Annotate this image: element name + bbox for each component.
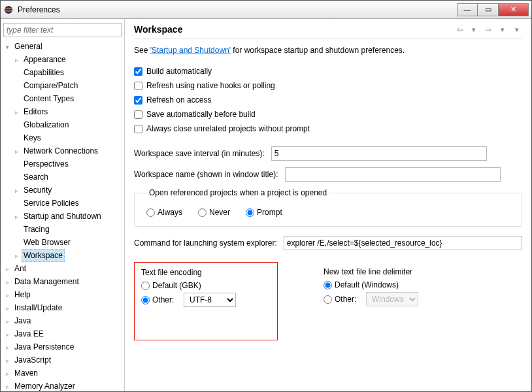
tree-item-compare-patch[interactable]: Compare/Patch — [15, 79, 122, 92]
tree-item-ant[interactable]: ▹Ant — [6, 262, 122, 275]
tree-item-workspace[interactable]: ▹Workspace — [15, 249, 122, 262]
encoding-delimiter-row: Text file encoding Default (GBK) Other: … — [134, 262, 522, 340]
workspace-name-label: Workspace name (shown in window title): — [134, 170, 278, 179]
main-panel: Workspace ⇦ ▾ ⇨ ▾ ▾ See 'Startup and Shu… — [125, 19, 531, 391]
chevron-right-icon[interactable]: ▹ — [6, 302, 12, 314]
minimize-button[interactable]: — — [457, 3, 478, 16]
workspace-name-row: Workspace name (shown in window title): — [134, 167, 522, 182]
intro-text: See 'Startup and Shutdown' for workspace… — [134, 46, 522, 55]
chevron-down-icon[interactable]: ▾ — [469, 24, 479, 35]
chevron-right-icon[interactable]: ▹ — [6, 316, 12, 327]
page-title: Workspace — [134, 24, 182, 35]
explorer-cmd-input[interactable] — [284, 236, 522, 250]
chevron-down-icon[interactable]: ▾ — [6, 41, 12, 53]
tree-item-general[interactable]: ▾General ▹Appearance Capabilities Compar… — [6, 40, 122, 262]
ld-default-radio[interactable] — [324, 281, 332, 289]
tree-item-java-persistence[interactable]: ▹Java Persistence — [6, 340, 122, 353]
chevron-right-icon[interactable]: ▹ — [15, 54, 22, 66]
menu-icon[interactable]: ▾ — [512, 24, 522, 35]
forward-icon[interactable]: ⇨ — [483, 24, 493, 35]
encoding-group: Text file encoding Default (GBK) Other: … — [134, 262, 278, 340]
chevron-right-icon[interactable]: ▹ — [15, 185, 22, 197]
chevron-right-icon[interactable]: ▹ — [6, 355, 12, 367]
ld-other-radio[interactable] — [324, 295, 332, 304]
explorer-cmd-label: Command for launching system explorer: — [134, 238, 277, 248]
svg-point-0 — [5, 6, 12, 14]
chevron-down-icon[interactable]: ▾ — [497, 24, 508, 35]
tree-item-capabilities[interactable]: Capabilities — [15, 66, 122, 79]
tree-item-install-update[interactable]: ▹Install/Update — [6, 301, 122, 314]
startup-shutdown-link[interactable]: 'Startup and Shutdown' — [150, 46, 231, 55]
refresh-access-checkbox[interactable] — [134, 96, 142, 105]
window-title: Preferences — [18, 5, 60, 14]
checkbox-group: Build automatically Refresh using native… — [134, 64, 522, 136]
tree-item-perspectives[interactable]: Perspectives — [15, 157, 122, 171]
tree-item-memory-analyzer[interactable]: ▹Memory Analyzer — [6, 380, 122, 391]
encoding-default-label: Default (GBK) — [152, 281, 201, 290]
tree-item-keys[interactable]: Keys — [15, 131, 122, 144]
build-automatically-label: Build automatically — [146, 67, 212, 76]
chevron-right-icon[interactable]: ▹ — [6, 289, 12, 301]
encoding-default-radio[interactable] — [141, 282, 150, 290]
tree-item-search[interactable]: Search — [15, 171, 122, 184]
tree-item-content-types[interactable]: Content Types — [15, 92, 122, 105]
header-tools: ⇦ ▾ ⇨ ▾ ▾ — [454, 24, 522, 35]
encoding-select[interactable]: UTF-8 — [184, 293, 236, 307]
tree-item-appearance[interactable]: ▹Appearance — [15, 53, 122, 66]
tree-item-startup-shutdown[interactable]: ▹Startup and Shutdown — [15, 210, 122, 223]
save-interval-input[interactable] — [271, 146, 487, 161]
save-interval-row: Workspace save interval (in minutes): — [134, 146, 522, 161]
close-unrelated-checkbox[interactable] — [134, 125, 142, 133]
sidebar: ▾General ▹Appearance Capabilities Compar… — [1, 19, 125, 391]
chevron-right-icon[interactable]: ▹ — [6, 368, 12, 380]
close-button[interactable]: ✕ — [499, 3, 529, 16]
filter-input[interactable] — [3, 23, 122, 37]
radio-prompt-row[interactable]: Prompt — [246, 208, 282, 217]
save-interval-label: Workspace save interval (in minutes): — [134, 149, 265, 158]
chevron-right-icon[interactable]: ▹ — [6, 276, 12, 288]
content: ▾General ▹Appearance Capabilities Compar… — [1, 19, 531, 391]
open-referenced-group: Open referenced projects when a project … — [134, 188, 522, 227]
tree-item-maven[interactable]: ▹Maven — [6, 367, 122, 380]
tree-item-service-policies[interactable]: Service Policies — [15, 197, 122, 210]
chevron-right-icon[interactable]: ▹ — [15, 106, 22, 118]
chevron-right-icon[interactable]: ▹ — [15, 250, 22, 262]
line-delimiter-title: New text file line delimiter — [324, 267, 480, 276]
chevron-right-icon[interactable]: ▹ — [6, 263, 12, 275]
radio-never-row[interactable]: Never — [198, 208, 230, 217]
tree-item-network-connections[interactable]: ▹Network Connections — [15, 144, 122, 157]
radio-always[interactable] — [146, 208, 155, 217]
radio-always-row[interactable]: Always — [146, 208, 182, 217]
back-icon[interactable]: ⇦ — [454, 24, 465, 35]
ld-default-label: Default (Windows) — [335, 280, 399, 289]
encoding-other-label: Other: — [152, 295, 174, 304]
chevron-right-icon[interactable]: ▹ — [6, 381, 12, 391]
tree-item-java[interactable]: ▹Java — [6, 314, 122, 327]
tree-item-java-ee[interactable]: ▹Java EE — [6, 327, 122, 340]
refresh-native-label: Refresh using native hooks or polling — [146, 81, 275, 90]
encoding-other-radio[interactable] — [141, 296, 150, 304]
save-before-build-checkbox[interactable] — [134, 110, 142, 119]
save-before-build-label: Save automatically before build — [146, 110, 256, 119]
build-automatically-checkbox[interactable] — [134, 67, 142, 76]
maximize-button[interactable]: ▭ — [478, 3, 499, 16]
tree-item-javascript[interactable]: ▹JavaScript — [6, 353, 122, 367]
radio-prompt[interactable] — [246, 208, 254, 217]
line-delimiter-group: New text file line delimiter Default (Wi… — [317, 262, 487, 340]
radio-never[interactable] — [198, 208, 207, 217]
tree-item-editors[interactable]: ▹Editors — [15, 105, 122, 118]
workspace-name-input[interactable] — [285, 167, 501, 182]
tree-item-help[interactable]: ▹Help — [6, 288, 122, 301]
tree-item-web-browser[interactable]: Web Browser — [15, 236, 122, 249]
window-buttons: — ▭ ✕ — [457, 3, 529, 16]
chevron-right-icon[interactable]: ▹ — [15, 211, 22, 223]
tree-item-security[interactable]: ▹Security — [15, 184, 122, 197]
refresh-native-checkbox[interactable] — [134, 82, 142, 90]
chevron-right-icon[interactable]: ▹ — [6, 342, 12, 353]
chevron-right-icon[interactable]: ▹ — [15, 146, 22, 157]
ld-other-label: Other: — [335, 295, 356, 304]
tree-item-tracing[interactable]: Tracing — [15, 223, 122, 236]
tree-item-globalization[interactable]: Globalization — [15, 118, 122, 131]
tree-item-data-management[interactable]: ▹Data Management — [6, 275, 122, 288]
chevron-right-icon[interactable]: ▹ — [6, 329, 12, 340]
